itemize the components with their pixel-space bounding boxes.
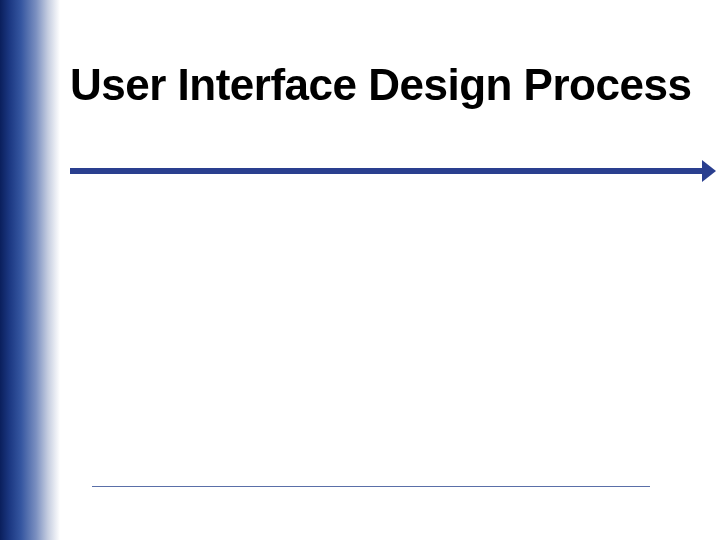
title-underline <box>70 168 708 174</box>
arrow-right-icon <box>702 160 716 182</box>
sidebar-gradient <box>0 0 60 540</box>
footer-divider <box>92 486 650 487</box>
content-area: User Interface Design Process <box>70 60 700 111</box>
slide-title: User Interface Design Process <box>70 60 700 111</box>
